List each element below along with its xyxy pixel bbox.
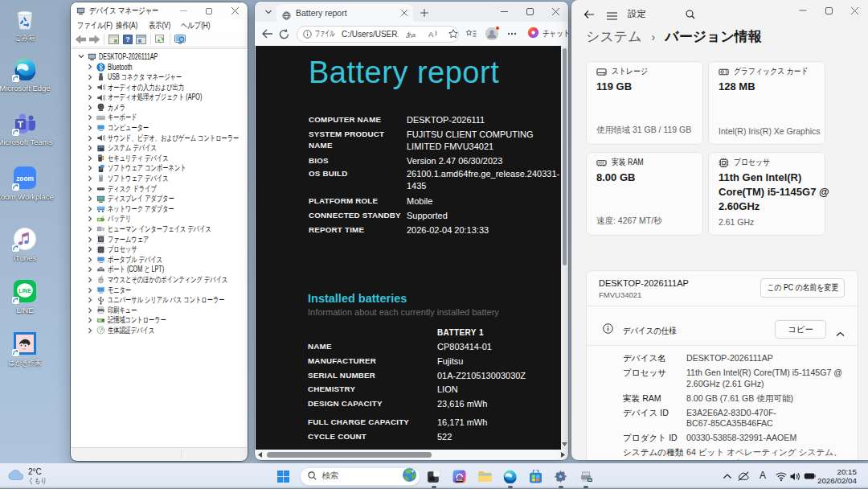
device-tree-item[interactable]: Bluetooth xyxy=(72,62,141,72)
device-tree-item[interactable]: ディスプレイ アダプター xyxy=(72,194,200,204)
expand-chevron-icon[interactable] xyxy=(87,317,93,323)
device-tree-item[interactable]: サウンド、ビデオ、およびゲーム コントローラー xyxy=(72,133,247,143)
expand-chevron-icon[interactable] xyxy=(87,114,93,121)
collapse-chevron-icon[interactable] xyxy=(836,326,845,340)
device-tree-item[interactable]: ポート (COM と LPT) xyxy=(72,265,186,275)
scroll-down-arrow-icon[interactable] xyxy=(561,441,567,449)
show-window-button[interactable] xyxy=(107,32,121,46)
expand-chevron-icon[interactable] xyxy=(87,105,93,111)
battery-icon[interactable] xyxy=(804,473,816,479)
tray-chevron-up-icon[interactable] xyxy=(723,474,731,479)
device-tree-item[interactable]: ファームウェア xyxy=(72,234,165,244)
close-button[interactable] xyxy=(542,2,568,21)
desktop-icon[interactable]: Microsoft Teams xyxy=(0,111,55,146)
device-tree-item[interactable]: カメラ xyxy=(72,102,133,113)
horizontal-scrollbar-track[interactable] xyxy=(265,450,558,459)
scroll-right-arrow-icon[interactable] xyxy=(558,452,567,458)
minimize-button[interactable] xyxy=(790,0,816,21)
maximize-button[interactable] xyxy=(816,0,841,21)
taskbar-m365-copilot-button[interactable]: M365 xyxy=(449,466,470,487)
device-tree-item[interactable]: キーボード xyxy=(72,113,149,123)
new-tab-button[interactable] xyxy=(418,6,431,19)
expand-chevron-icon[interactable] xyxy=(87,94,93,101)
summary-card[interactable]: プロセッサ 11th Gen Intel(R) Core(TM) i5-1145… xyxy=(708,152,825,236)
device-tree-item[interactable]: ネットワーク アダプター xyxy=(72,203,200,214)
menu-item[interactable]: 表示(V) xyxy=(149,20,170,31)
summary-card[interactable]: グラフィックス カード 128 MB Intel(R) Iris(R) Xe G… xyxy=(708,61,825,145)
taskbar-clock[interactable]: 20:15 2026/02/04 xyxy=(817,467,857,485)
profile-avatar[interactable] xyxy=(485,27,498,40)
device-tree-item[interactable]: USB コネクタ マネージャー xyxy=(72,72,211,83)
expand-chevron-icon[interactable] xyxy=(87,226,93,232)
device-tree-item[interactable]: プロセッサ xyxy=(72,244,149,255)
back-button[interactable] xyxy=(260,26,276,42)
minimize-button[interactable] xyxy=(491,2,517,21)
desktop-icon[interactable]: LINE LINE xyxy=(0,279,55,314)
settings-titlebar[interactable]: 設定 xyxy=(571,0,868,27)
expand-chevron-icon[interactable] xyxy=(87,125,93,131)
browser-tab[interactable]: Battery report xyxy=(276,4,413,22)
wifi-icon[interactable] xyxy=(776,472,787,481)
horizontal-scrollbar[interactable] xyxy=(256,450,567,459)
horizontal-scrollbar-thumb[interactable] xyxy=(267,452,432,458)
device-tree-item[interactable]: オーディオ処理オブジェクト (APO) xyxy=(72,92,239,103)
scan-hardware-button[interactable] xyxy=(173,32,186,46)
copy-button[interactable]: コピー xyxy=(775,320,826,339)
ime-kana-icon[interactable]: あa xyxy=(406,30,418,38)
expand-chevron-icon[interactable] xyxy=(87,236,93,243)
desktop-icon[interactable]: Microsoft Edge xyxy=(0,57,55,92)
close-button[interactable] xyxy=(222,2,248,19)
vertical-scrollbar-thumb[interactable] xyxy=(563,48,567,265)
expand-chevron-icon[interactable] xyxy=(87,186,93,192)
scroll-left-arrow-icon[interactable] xyxy=(256,452,265,458)
expand-chevron-icon[interactable] xyxy=(87,64,93,70)
search-icon[interactable] xyxy=(686,8,695,23)
device-tree-root[interactable]: DESKTOP-2026111AP xyxy=(72,51,181,62)
expand-chevron-icon[interactable] xyxy=(87,216,93,222)
device-tree-item[interactable]: ディスク ドライブ xyxy=(72,183,176,194)
device-tree-item[interactable]: ポータブル デバイス xyxy=(72,254,184,265)
device-manager-titlebar[interactable]: デバイス マネージャー xyxy=(71,2,248,19)
close-button[interactable] xyxy=(841,0,867,21)
device-tree-item[interactable]: セキュリティ デバイス xyxy=(72,153,192,163)
back-button[interactable] xyxy=(74,32,88,46)
menu-item[interactable]: ヘルプ(H) xyxy=(181,20,211,31)
breadcrumb-parent[interactable]: システム xyxy=(586,27,642,46)
expand-chevron-icon[interactable] xyxy=(87,175,93,182)
tab-close-icon[interactable] xyxy=(401,8,407,18)
menu-item[interactable]: ファイル(F) xyxy=(77,20,113,31)
device-tree-item[interactable]: コンピューター xyxy=(72,123,165,134)
properties-button[interactable] xyxy=(134,32,148,46)
expand-chevron-icon[interactable] xyxy=(87,195,93,202)
tab-search-chevron-icon[interactable] xyxy=(260,5,277,19)
forward-button[interactable] xyxy=(88,32,101,46)
device-tree-item[interactable]: マウスとそのほかのポインティング デバイス xyxy=(72,275,247,286)
expand-chevron-icon[interactable] xyxy=(87,277,93,283)
page-info-icon[interactable] xyxy=(303,30,312,39)
device-tree-item[interactable]: 印刷キュー xyxy=(72,305,148,315)
more-menu-icon[interactable] xyxy=(507,32,517,35)
taskbar-device-manager-button[interactable] xyxy=(575,466,596,487)
address-bar[interactable]: ファイル C:/Users/USER... あa A xyxy=(297,26,459,43)
collapse-chevron-icon[interactable] xyxy=(78,53,84,60)
expand-chevron-icon[interactable] xyxy=(87,84,93,91)
volume-icon[interactable] xyxy=(790,472,800,481)
maximize-button[interactable] xyxy=(196,2,222,19)
taskbar-file-explorer-button[interactable] xyxy=(474,466,495,487)
expand-chevron-icon[interactable] xyxy=(87,287,93,294)
navigation-menu-icon[interactable] xyxy=(607,9,617,23)
taskbar-widgets-dark-button[interactable] xyxy=(424,466,444,487)
expand-chevron-icon[interactable] xyxy=(87,135,93,142)
desktop-icon[interactable]: zoom Zoom Workplace xyxy=(0,166,55,201)
device-tree-item[interactable]: ソフトウェア コンポーネント xyxy=(72,163,217,174)
device-tree-item[interactable]: システム デバイス xyxy=(72,143,176,154)
expand-chevron-icon[interactable] xyxy=(87,74,93,80)
device-tree-item[interactable]: ヒューマン インターフェイス デバイス xyxy=(72,224,247,235)
device-tree-item[interactable]: モニター xyxy=(72,285,141,295)
copilot-chat-button[interactable]: チャット xyxy=(527,27,568,42)
maximize-button[interactable] xyxy=(517,2,542,21)
minimize-button[interactable] xyxy=(170,2,196,19)
expand-chevron-icon[interactable] xyxy=(87,155,93,162)
expand-chevron-icon[interactable] xyxy=(87,307,93,314)
help-button[interactable]: ? xyxy=(121,32,134,46)
